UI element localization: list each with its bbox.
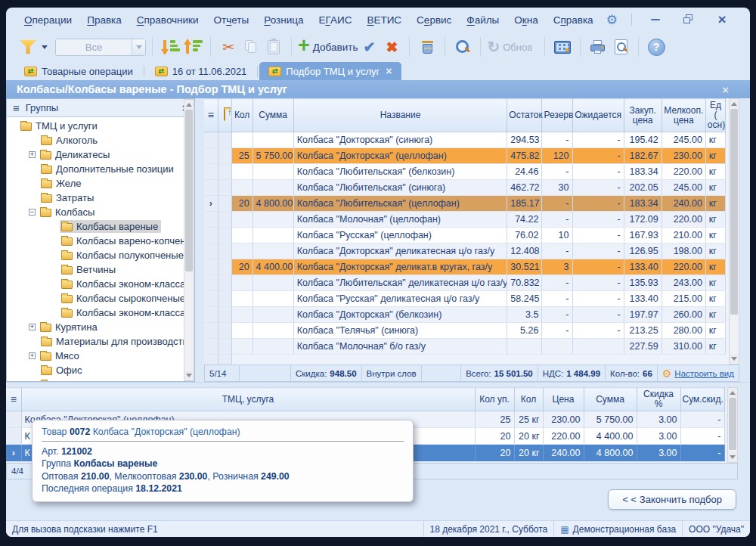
column-header[interactable]: Мелкооп. цена <box>662 99 705 132</box>
column-header[interactable]: Кол <box>514 388 543 411</box>
menu-item[interactable]: Файлы <box>459 12 507 28</box>
column-header[interactable]: Сумма <box>253 99 293 132</box>
table-menu-button[interactable]: ≡ <box>204 99 218 132</box>
table-row[interactable]: Колбаса "Любительская" деликатесная ц/о … <box>204 275 726 291</box>
panel-close-icon[interactable]: × <box>722 83 729 96</box>
column-header[interactable]: Остаток <box>507 99 542 132</box>
print-button[interactable] <box>587 35 609 59</box>
scroll-down-icon[interactable] <box>728 452 737 462</box>
trash-button[interactable] <box>416 35 438 59</box>
tree-item[interactable]: Материалы для производства <box>7 334 194 349</box>
table-menu-button[interactable]: ≡ <box>6 388 21 411</box>
combo-dropdown-button[interactable] <box>132 39 145 55</box>
tree-expander[interactable]: + <box>29 151 36 158</box>
search-button[interactable] <box>451 35 474 59</box>
print-preview-button[interactable] <box>609 35 632 59</box>
configure-view[interactable]: ⚙ Настроить вид <box>658 365 739 381</box>
settings-gear-icon[interactable]: ⚙ <box>606 14 618 26</box>
tab-1[interactable]: ⇄Товарные операции <box>15 62 142 80</box>
tab-3[interactable]: ⇄Подбор ТМЦ и услуг× <box>259 62 401 80</box>
filter-button[interactable] <box>20 35 48 59</box>
column-header[interactable]: Сум.скид. <box>680 388 724 411</box>
calculator-button[interactable] <box>551 35 574 59</box>
column-header[interactable]: Ед ( осн) <box>705 99 725 132</box>
tree-item[interactable]: +Курятина <box>7 320 194 334</box>
add-button[interactable]: + Добавить <box>298 35 358 59</box>
menu-item[interactable]: Справка <box>546 12 601 28</box>
menu-item[interactable]: Правка <box>79 12 129 28</box>
configure-view-link[interactable]: Настроить вид <box>674 369 734 378</box>
menu-item[interactable]: ЕГАИС <box>311 12 359 28</box>
scroll-up-icon[interactable] <box>184 100 194 110</box>
column-header[interactable]: Название <box>293 99 507 132</box>
table-row[interactable]: 204 400.00Колбаса "Докторская" деликат.в… <box>204 259 726 275</box>
sort-ascending-button[interactable] <box>181 35 204 59</box>
table-row[interactable]: Колбаса "Молочная" (целлофан)74.22--172.… <box>204 212 726 228</box>
tree-item[interactable]: Колбасы полукопченые <box>7 248 194 262</box>
scrollbar-thumb[interactable] <box>729 398 736 450</box>
copy-button[interactable] <box>240 35 262 59</box>
table-row[interactable]: Колбаса "Докторская" (синюга)294.53--195… <box>204 132 726 148</box>
sort-descending-button[interactable] <box>159 35 181 59</box>
tree-item[interactable]: +Деликатесы <box>7 147 194 162</box>
table-row[interactable]: Колбаса "Русская" деликатесная ц/о газ/у… <box>204 291 726 307</box>
menu-item[interactable]: Сервис <box>409 12 459 28</box>
tree-expander[interactable]: − <box>29 209 36 216</box>
menu-item[interactable]: Окна <box>507 12 545 28</box>
menu-item[interactable]: Отчеты <box>206 12 257 28</box>
table-row[interactable]: Колбаса "Любительская" (синюга)462.7230-… <box>204 180 726 196</box>
scroll-up-icon[interactable] <box>730 99 739 109</box>
menu-item[interactable]: Розница <box>256 12 311 28</box>
table-row[interactable]: 255 750.00Колбаса "Докторская" (целлофан… <box>204 148 726 164</box>
tree-item[interactable]: −Колбасы <box>7 205 194 219</box>
tree-item[interactable]: ТМЦ и услуги <box>7 119 194 133</box>
refresh-button[interactable]: ↻ Обнов <box>487 35 532 59</box>
minimize-button[interactable] <box>646 12 665 27</box>
tree-item[interactable]: Алкоголь <box>7 133 194 147</box>
tree-item[interactable]: Производство <box>7 377 194 381</box>
tree-item[interactable]: Колбасы сырокопченые <box>7 291 194 306</box>
delete-button[interactable]: ✖ <box>380 35 403 59</box>
filter-combo[interactable]: Все <box>55 39 146 56</box>
tree-item[interactable]: Дополнительные позиции <box>7 162 194 176</box>
tree-item[interactable]: +Мясо <box>7 349 194 363</box>
column-header[interactable]: Цена <box>543 388 584 411</box>
tree-item[interactable]: Офис <box>7 363 194 377</box>
tree-item[interactable]: Колбасы вареные <box>7 219 194 234</box>
tree-expander[interactable]: + <box>29 352 36 359</box>
tree-expander[interactable]: + <box>29 324 36 330</box>
tab-close-icon[interactable]: × <box>386 65 392 77</box>
horizontal-splitter[interactable] <box>6 382 750 387</box>
column-header[interactable]: Закуп. цена <box>624 99 662 132</box>
column-header[interactable]: Резерв <box>542 99 572 132</box>
cut-button[interactable]: ✂ <box>217 35 240 59</box>
table-row[interactable]: ›204 800.00Колбаса "Любительская" (целло… <box>204 196 726 212</box>
scroll-up-icon[interactable] <box>728 388 737 398</box>
table-row[interactable]: Колбаса "Любительская" (белкозин)24.46--… <box>204 164 726 180</box>
tree-item[interactable]: Желе <box>7 176 194 191</box>
table-row[interactable]: Колбаса "Молочная" б/о газ/у227.59310.00… <box>204 339 726 355</box>
table-row[interactable]: Колбаса "Русская" (целлофан)76.0210-167.… <box>204 228 726 244</box>
column-header[interactable]: Ожидается <box>572 99 624 132</box>
close-button[interactable]: × <box>712 12 732 27</box>
column-header[interactable]: ТМЦ, услуга <box>21 388 475 411</box>
vertical-splitter[interactable] <box>195 98 204 382</box>
scrollbar-thumb[interactable] <box>185 110 193 271</box>
tree-item[interactable]: Затраты <box>7 191 194 205</box>
paste-button[interactable] <box>262 35 285 59</box>
tree-scrollbar[interactable] <box>184 99 194 381</box>
tree-item[interactable]: Колбасы варено-копченые <box>7 234 194 248</box>
column-header[interactable]: Сумма <box>584 388 637 411</box>
column-header[interactable]: Кол уп. <box>475 388 514 411</box>
scroll-down-icon[interactable] <box>730 354 739 364</box>
tree-item[interactable]: Колбасы эконом-класса в зс <box>7 277 194 291</box>
finish-selection-button[interactable]: < < Закончить подбор <box>608 489 736 510</box>
help-button[interactable]: ? <box>645 35 668 59</box>
confirm-button[interactable]: ✔ <box>358 35 380 59</box>
selection-scrollbar[interactable] <box>727 387 738 463</box>
column-header[interactable]: Кол <box>231 99 253 132</box>
scrollbar-thumb[interactable] <box>730 109 738 315</box>
scroll-down-icon[interactable] <box>184 371 194 380</box>
catalog-scrollbar[interactable] <box>729 98 739 365</box>
table-row[interactable]: Колбаса "Докторская" (белкозин)3.5--197.… <box>204 307 726 323</box>
